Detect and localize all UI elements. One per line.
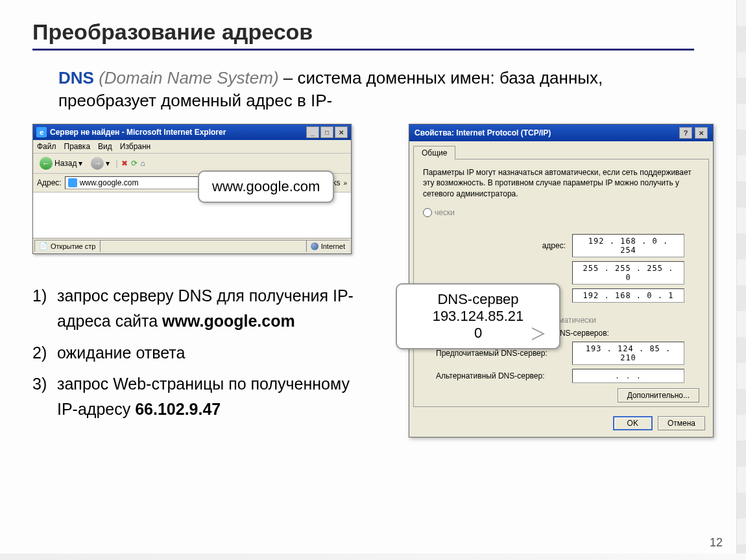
status-spacer (100, 240, 306, 252)
maximize-button[interactable]: □ (320, 126, 333, 138)
steps-list: 1) запрос серверу DNS для получения IP-а… (32, 283, 370, 422)
cancel-button[interactable]: Отмена (658, 416, 705, 430)
ip-input[interactable]: 192 . 168 . 0 . 254 (572, 234, 684, 257)
step-1: 1) запрос серверу DNS для получения IP-а… (32, 283, 370, 334)
menu-file[interactable]: Файл (37, 142, 56, 151)
bottom-decoration (0, 554, 746, 560)
browser-titlebar: e Сервер не найден - Microsoft Internet … (33, 124, 351, 140)
info-text: Параметры IP могут назначаться автоматич… (423, 167, 699, 199)
tab-general[interactable]: Общие (413, 146, 455, 159)
slide-title: Преобразование адресов (32, 19, 714, 45)
globe-icon (311, 242, 319, 250)
side-decoration (736, 0, 746, 560)
step-2: 2) ожидание ответа (32, 340, 370, 366)
tcpip-dialog: Свойства: Internet Protocol (TCP/IP) ? ✕… (409, 124, 714, 438)
callout-url: www.google.com (198, 170, 334, 203)
close-button[interactable]: ✕ (335, 126, 348, 138)
menu-view[interactable]: Вид (98, 142, 112, 151)
forward-arrow-icon: → (91, 157, 104, 170)
ie-icon: e (36, 127, 47, 137)
dns2-row: Альтернативный DNS-сервер: . . . (436, 369, 699, 383)
forward-button[interactable]: → ▾ (88, 156, 112, 171)
address-value: www.google.com (80, 178, 139, 187)
status-bar: 📄 Открытие стр Internet (33, 238, 351, 253)
back-arrow-icon: ← (40, 157, 53, 170)
step-3: 3) запрос Web-страницы по полученному IP… (32, 371, 370, 422)
status-zone: Internet (306, 240, 350, 252)
address-label: Адрес: (37, 178, 62, 187)
menu-edit[interactable]: Правка (64, 142, 91, 151)
dialog-titlebar: Свойства: Internet Protocol (TCP/IP) ? ✕ (409, 124, 713, 141)
dns1-label: Предпочитаемый DNS-сервер: (436, 349, 566, 358)
stop-icon[interactable]: ✖ (121, 159, 128, 168)
radio-auto-ip[interactable]: Получить IP-адрес автоматически чески (423, 208, 699, 217)
help-button[interactable]: ? (679, 127, 692, 139)
back-button[interactable]: ← Назад ▾ (37, 156, 85, 171)
separator: | (115, 159, 117, 168)
radio-icon (423, 208, 432, 217)
status-left: 📄 Открытие стр (34, 240, 100, 252)
mask-row: Маска подсети: 255 . 255 . 255 . 0 (436, 261, 699, 285)
dns-abbr: DNS (58, 68, 94, 88)
intro-text: DNS (Domain Name System) – система домен… (32, 67, 714, 112)
dns2-input[interactable]: . . . (572, 369, 684, 383)
dialog-close-button[interactable]: ✕ (695, 127, 708, 139)
refresh-icon[interactable]: ⟳ (131, 159, 138, 168)
browser-menubar: Файл Правка Вид Избранн (33, 140, 351, 154)
dns1-input[interactable]: 193 . 124 . 85 . 210 (572, 342, 684, 365)
dns-full: (Domain Name System) (99, 68, 278, 88)
page-icon: 📄 (39, 242, 48, 250)
minimize-button[interactable]: _ (306, 126, 319, 138)
advanced-button[interactable]: Дополнительно... (618, 388, 699, 402)
dialog-title-text: Свойства: Internet Protocol (TCP/IP) (415, 128, 551, 137)
gateway-input[interactable]: 192 . 168 . 0 . 1 (572, 288, 684, 303)
callout-tail (532, 327, 545, 340)
browser-title-text: Сервер не найден - Microsoft Internet Ex… (50, 128, 226, 137)
ip-row: адрес: 192 . 168 . 0 . 254 (436, 234, 699, 257)
home-icon[interactable]: ⌂ (141, 159, 145, 168)
mask-input[interactable]: 255 . 255 . 255 . 0 (572, 261, 684, 285)
page-number: 12 (710, 536, 723, 550)
title-underline (32, 49, 694, 51)
dns2-label: Альтернативный DNS-сервер: (436, 371, 566, 380)
ie-page-icon (68, 178, 77, 187)
ok-button[interactable]: OK (613, 416, 653, 430)
menu-favorites[interactable]: Избранн (120, 142, 150, 151)
